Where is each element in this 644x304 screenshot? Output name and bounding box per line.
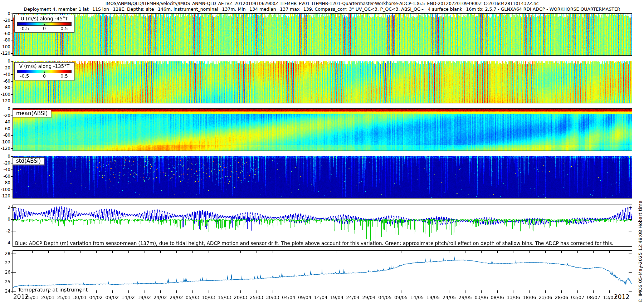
colorbar-tick-mark (64, 24, 64, 25)
temperature-label: Temperature at instrument (18, 287, 88, 293)
v-velocity-legend-title: V (m/s) along -135°T (17, 63, 72, 69)
v-velocity-colorbar (17, 70, 72, 73)
y-tick-label: -80 (3, 38, 10, 43)
y-tick-label: -60 (3, 79, 10, 84)
y-tick-label: -40 (3, 24, 10, 29)
x-tick-label: 03/06 (474, 295, 488, 300)
y-tick-mark (11, 156, 13, 157)
y-tick-label: -20 (3, 18, 10, 23)
colorbar-tick-mark (64, 72, 64, 73)
y-tick-mark (11, 148, 13, 149)
u-velocity-colorbar-legend: U (m/s) along -45°T -0.5 0 0.5 (14, 15, 74, 33)
x-tick-label: 20/03 (234, 295, 247, 300)
y-tick-mark (11, 14, 13, 14)
y-tick-mark (11, 27, 13, 27)
y-tick-label: -40 (3, 119, 10, 124)
y-tick-label: -80 (3, 180, 10, 185)
x-tick-label: 19/02 (137, 295, 151, 300)
x-tick-label: 09/05 (394, 295, 408, 300)
x-tick-label: 14/02 (121, 295, 135, 300)
y-tick-label: -60 (3, 174, 10, 179)
y-tick-mark (11, 122, 13, 122)
y-tick-mark (11, 207, 13, 208)
copyright-stamp: © IMOS 05-May-2025 12:48:08 Hobart time (638, 201, 643, 303)
colorbar-tick-label: 0 (43, 73, 46, 79)
x-tick-label: 05/03 (186, 295, 199, 300)
y-tick-label: -120 (1, 98, 10, 103)
x-tick-label: 29/05 (459, 295, 472, 300)
colorbar-tick-label: 0.5 (60, 26, 68, 31)
y-tick-label: 27 (5, 260, 10, 265)
y-tick-label: -4 (6, 240, 10, 245)
std-absi-label: std(ABSI) (13, 157, 44, 165)
y-tick-mark (11, 40, 13, 40)
panel-mean-absi-heatmap: mean(ABSI) 0-20-40-60-80-100-120 (13, 108, 632, 151)
y-tick-mark (11, 81, 13, 82)
y-tick-mark (11, 47, 13, 47)
y-tick-label: -60 (3, 31, 10, 36)
x-tick-label: 24/04 (346, 295, 360, 300)
panel-depth-variation-lines: Blue: ADCP Depth (m) variation from sens… (13, 205, 632, 247)
y-tick-label: -80 (3, 133, 10, 138)
y-tick-mark (11, 170, 13, 170)
x-tick-label: 19/05 (426, 295, 440, 300)
y-tick-mark (11, 34, 13, 34)
y-tick-label: -80 (3, 85, 10, 90)
x-tick-label: 25/03 (250, 295, 263, 300)
x-tick-label: 20/01 (41, 295, 54, 300)
x-tick-label: 19/04 (330, 295, 343, 300)
colorbar-tick-label: 0 (43, 26, 46, 31)
y-tick-label: -40 (3, 72, 10, 77)
y-tick-label: 0 (8, 217, 10, 222)
x-tick-label: 24/05 (443, 295, 456, 300)
x-tick-label: 08/07 (587, 295, 600, 300)
x-tick-label: 10/03 (202, 295, 215, 300)
x-tick-label: 04/05 (378, 295, 391, 300)
y-tick-mark (11, 53, 13, 54)
u-velocity-colorbar-ticks: -0.5 0 0.5 (17, 26, 72, 31)
panel-u-velocity-heatmap: U (m/s) along -45°T -0.5 0 0.5 0-20-40-6… (13, 13, 632, 56)
colorbar-tick-mark (44, 24, 45, 25)
x-tick-label: 03/07 (571, 295, 584, 300)
panel-std-absi-heatmap: std(ABSI) 0-20-40-60-80-100-120 (13, 156, 632, 198)
mean-absi-heatmap-canvas (13, 109, 632, 151)
x-tick-label: 09/04 (298, 295, 311, 300)
y-tick-label: -20 (3, 65, 10, 70)
temperature-canvas (13, 251, 632, 293)
y-tick-label: 0 (8, 154, 10, 159)
y-tick-label: 0 (8, 106, 10, 111)
y-tick-mark (11, 183, 13, 183)
y-tick-label: -60 (3, 126, 10, 131)
y-tick-mark (11, 272, 13, 273)
x-tick-label: 15/03 (218, 295, 231, 300)
u-velocity-heatmap-canvas (13, 14, 632, 55)
y-tick-mark (11, 254, 13, 254)
y-tick-mark (11, 243, 13, 243)
y-tick-mark (11, 291, 13, 291)
y-tick-mark (11, 190, 13, 190)
y-tick-mark (11, 282, 13, 282)
figure-subtitle: Deployment 4, member 1 lat=11S lon=128E.… (0, 6, 644, 12)
y-tick-mark (11, 219, 13, 220)
y-tick-label: -120 (1, 51, 10, 56)
x-tick-label: 23/06 (539, 295, 552, 300)
x-tick-label: 18/06 (523, 295, 536, 300)
y-tick-label: -120 (1, 193, 10, 198)
colorbar-tick-mark (25, 24, 25, 25)
y-tick-label: -120 (1, 146, 10, 151)
std-absi-heatmap-canvas (13, 156, 632, 198)
y-tick-label: 26 (5, 270, 10, 275)
colorbar-tick-label: 0.5 (60, 73, 68, 79)
x-tick-label: 25/01 (57, 295, 70, 300)
x-tick-label: 30/03 (266, 295, 279, 300)
y-tick-mark (11, 74, 13, 75)
y-tick-mark (11, 231, 13, 231)
y-tick-label: 0 (8, 11, 10, 16)
y-tick-label: 2 (8, 205, 10, 210)
y-tick-label: -100 (1, 92, 10, 97)
colorbar-tick-label: -0.5 (20, 73, 29, 79)
x-tick-label: 24/02 (153, 295, 167, 300)
u-velocity-colorbar (17, 22, 72, 26)
x-tick-label: 13/06 (507, 295, 520, 300)
y-tick-mark (11, 61, 13, 62)
